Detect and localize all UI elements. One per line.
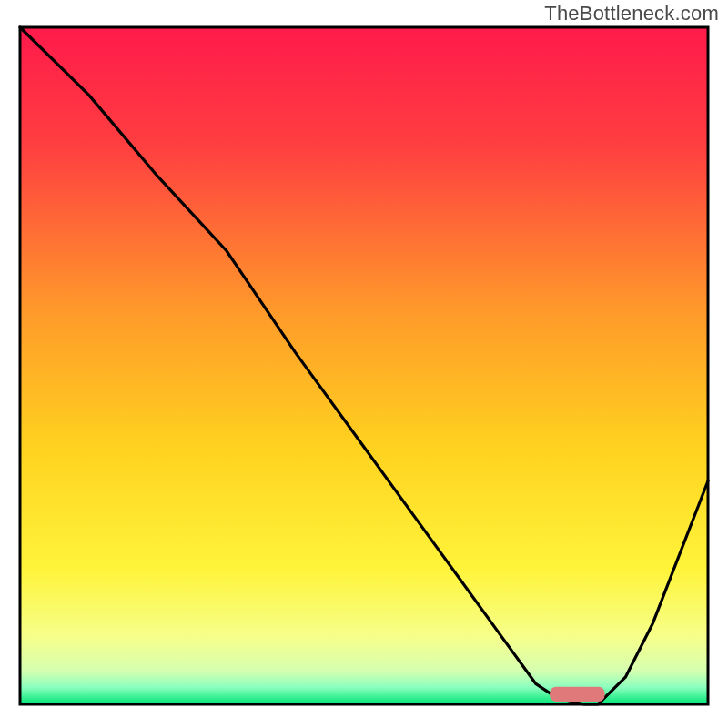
plot-area bbox=[20, 27, 708, 704]
bottleneck-plot bbox=[0, 0, 728, 728]
optimal-marker bbox=[550, 687, 605, 702]
chart-container: TheBottleneck.com bbox=[0, 0, 728, 728]
watermark-text: TheBottleneck.com bbox=[544, 2, 719, 25]
